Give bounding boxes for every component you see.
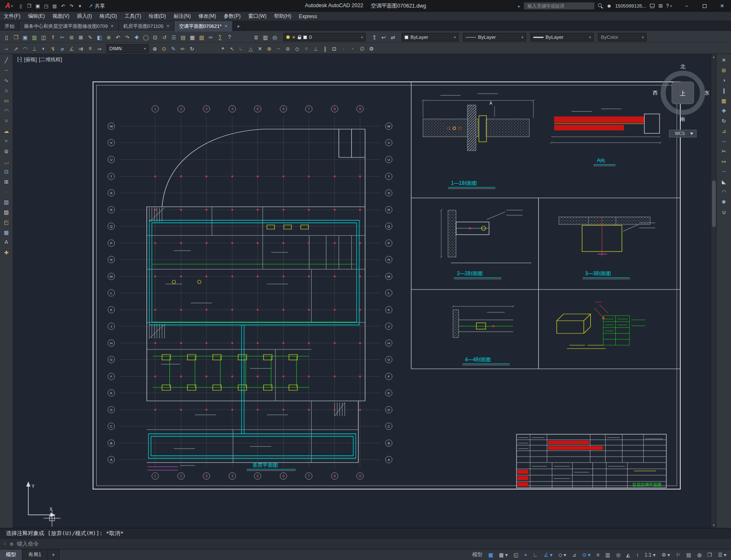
infer-constraints-icon[interactable]: ◱ — [511, 549, 521, 560]
diameter-dimension-icon[interactable]: ⌀ — [58, 44, 67, 53]
plot-icon[interactable]: ▥ — [30, 33, 39, 42]
angular-dimension-icon[interactable]: ∠ — [67, 44, 76, 53]
erase-icon[interactable]: ✕ — [719, 55, 729, 65]
match-object-layer-icon[interactable]: ⇄ — [389, 33, 397, 42]
lineweight-display-icon[interactable]: ≡ — [593, 549, 602, 560]
snap-insert-icon[interactable]: ⊡ — [330, 44, 339, 53]
model-paper-toggle-icon[interactable]: 模型 — [469, 549, 485, 560]
viewport-minus-control[interactable]: [-] — [17, 56, 22, 63]
apps-icon[interactable]: ⊞ — [658, 3, 663, 9]
snap-center-icon[interactable]: ⊚ — [283, 44, 292, 53]
file-tab[interactable]: 服务中心和夹层空调平面图修改图0709× — [19, 21, 119, 31]
snap-nearest-icon[interactable]: ◦ — [348, 44, 357, 53]
polyline-icon[interactable]: ∿ — [1, 76, 12, 85]
pan-icon[interactable]: ✚ — [132, 33, 141, 42]
menu-item-8[interactable]: 修改(M) — [195, 12, 220, 21]
help-icon[interactable]: ? — [225, 33, 234, 42]
file-tab[interactable]: 开始 — [0, 21, 19, 31]
tool-palettes-icon[interactable]: ▦ — [188, 33, 197, 42]
close-tab-icon[interactable]: × — [225, 23, 228, 29]
layer-dropdown[interactable]: ☀ 0 ▾ — [283, 33, 366, 41]
fillet-icon[interactable]: ◠ — [719, 187, 729, 196]
selection-cycling-icon[interactable]: ◎ — [613, 549, 623, 560]
viewport-visual-style-control[interactable]: [二维线框] — [39, 56, 62, 63]
plot-icon[interactable]: ▥ — [51, 2, 58, 10]
hatch-icon[interactable]: ▨ — [1, 197, 12, 206]
linear-dimension-icon[interactable]: ↔ — [2, 44, 11, 53]
viewport-view-control[interactable]: [俯视] — [24, 56, 37, 63]
multiline-text-icon[interactable]: A — [1, 238, 12, 247]
save-icon[interactable]: ▣ — [21, 33, 30, 42]
properties-icon[interactable]: ☰ — [169, 33, 178, 42]
close-tab-icon[interactable]: × — [166, 23, 169, 29]
menu-item-6[interactable]: 绘图(D) — [145, 12, 170, 21]
design-center-icon[interactable]: ▤ — [179, 33, 188, 42]
snap-node-icon[interactable]: ∙ — [339, 44, 348, 53]
user-icon[interactable]: ☻ — [606, 3, 612, 9]
temporary-track-point-icon[interactable]: ⌖ — [218, 44, 227, 53]
radius-dimension-icon[interactable]: ◐ — [39, 44, 48, 53]
continue-dimension-icon[interactable]: ⇒ — [95, 44, 104, 53]
baseline-dimension-icon[interactable]: ≡ — [86, 44, 95, 53]
undo-icon[interactable]: ↶ — [114, 33, 122, 42]
share-button[interactable]: ↗ 共享 — [85, 3, 108, 10]
snap-parallel-icon[interactable]: ∥ — [321, 44, 329, 53]
menu-item-3[interactable]: 插入(I) — [73, 12, 95, 21]
snap-intersection-icon[interactable]: ✕ — [255, 44, 264, 53]
match-properties-icon[interactable]: ✎ — [86, 33, 95, 42]
scroll-up-icon[interactable]: ▴ — [713, 55, 715, 59]
snap-perpendicular-icon[interactable]: ⊥ — [311, 44, 320, 53]
gradient-icon[interactable]: ▧ — [1, 207, 12, 216]
snap-midpoint-icon[interactable]: △ — [246, 44, 255, 53]
qat-customize-icon[interactable]: ▾ — [76, 2, 84, 10]
xref-icon[interactable]: ⊕ — [104, 33, 113, 42]
snap-extension-icon[interactable]: ┈ — [274, 44, 283, 53]
layer-off-icon[interactable]: ◎ — [270, 33, 279, 42]
vertical-scrollbar[interactable]: ▴ ▾ — [711, 54, 716, 528]
menu-item-5[interactable]: 工具(T) — [121, 12, 145, 21]
menu-item-1[interactable]: 编辑(E) — [24, 12, 49, 21]
customization-icon[interactable]: ☰ ▾ — [715, 549, 729, 560]
grid-display-icon[interactable]: ▦ — [485, 549, 496, 560]
quick-calc-icon[interactable]: ∑ — [216, 33, 225, 42]
model-tab[interactable]: 模型 — [0, 549, 22, 560]
osnap-settings-icon[interactable]: ⚙ — [367, 44, 376, 53]
paste-icon[interactable]: ⊠ — [76, 33, 85, 42]
break-icon[interactable]: ┄ — [719, 167, 729, 176]
revision-cloud-icon[interactable]: ☁ — [1, 126, 12, 135]
copy-icon[interactable]: ⊞ — [67, 33, 76, 42]
make-layer-current-icon[interactable]: ↥ — [370, 33, 379, 42]
menu-item-11[interactable]: 帮助(H) — [270, 12, 295, 21]
isometric-drafting-icon[interactable]: ◇ ▾ — [555, 549, 569, 560]
menu-item-4[interactable]: 格式(O) — [96, 12, 121, 21]
ellipse-icon[interactable]: ⊜ — [1, 146, 12, 156]
dimension-edit-icon[interactable]: ✎ — [169, 44, 178, 53]
command-grip-icon[interactable]: ∷ — [3, 541, 6, 546]
zoom-previous-icon[interactable]: ↺ — [160, 33, 169, 42]
save-as-icon[interactable]: ◳ — [42, 2, 50, 10]
aligned-dimension-icon[interactable]: ⇗ — [11, 44, 20, 53]
close-tab-icon[interactable]: × — [111, 23, 114, 29]
close-button[interactable]: ✕ — [713, 0, 731, 12]
menu-item-2[interactable]: 视图(V) — [49, 12, 73, 21]
wcs-indicator[interactable]: WCS — [669, 130, 696, 137]
lineweight-dropdown[interactable]: ByLayer ▾ — [530, 33, 594, 41]
extend-icon[interactable]: ↦ — [719, 157, 729, 166]
open-icon[interactable]: ❒ — [11, 33, 20, 42]
rotate-icon[interactable]: ↻ — [719, 116, 729, 125]
snap-apparent-intersection-icon[interactable]: ⊗ — [265, 44, 274, 53]
open-icon[interactable]: ❒ — [25, 2, 33, 10]
region-icon[interactable]: ◰ — [1, 217, 12, 227]
minimize-button[interactable]: – — [678, 0, 696, 12]
drawing-canvas[interactable]: [-] [俯视] [二维线框] — [13, 54, 711, 528]
jogged-dimension-icon[interactable]: ↯ — [49, 44, 57, 53]
redo-icon[interactable]: ↷ — [123, 33, 132, 42]
menu-item-10[interactable]: 窗口(W) — [245, 12, 270, 21]
polygon-icon[interactable]: ⌂ — [1, 86, 12, 95]
scrollbar-thumb[interactable] — [712, 181, 716, 227]
scale-icon[interactable]: ⊿ — [719, 126, 729, 135]
transparency-icon[interactable]: ▥ — [602, 549, 613, 560]
snap-endpoint-icon[interactable]: ∟ — [237, 44, 246, 53]
menu-item-9[interactable]: 参数(P) — [220, 12, 245, 21]
center-mark-icon[interactable]: ⊙ — [160, 44, 168, 53]
